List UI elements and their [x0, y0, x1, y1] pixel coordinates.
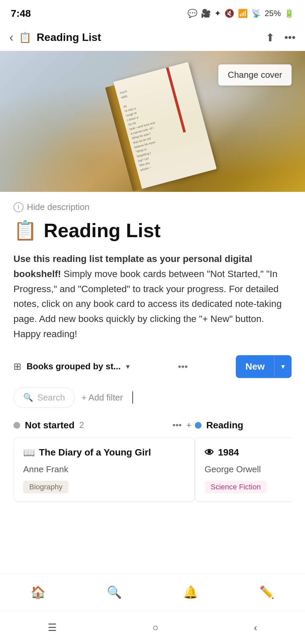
nav-notifications-button[interactable]: 🔔 [183, 585, 198, 599]
reading-dot [195, 422, 202, 429]
back-button[interactable]: ‹ [9, 31, 13, 45]
toolbar-left: ⊞ Books grouped by st... ▾ [13, 361, 130, 372]
reading-list-icon: 📋 [13, 219, 37, 241]
nav-title: Reading List [37, 31, 101, 44]
page-title: Reading List [44, 219, 161, 241]
home-icon: 🏠 [31, 585, 46, 599]
book-card-title-1984: 👁 1984 [205, 447, 292, 458]
book-author-1984: George Orwell [205, 464, 292, 475]
description-text: Use this reading list template as your p… [13, 252, 292, 342]
column-reading: Reading 👁 1984 George Orwell Science Fic… [195, 420, 292, 507]
book-emoji-diary: 📖 [23, 447, 35, 458]
book-emoji-1984: 👁 [205, 447, 214, 458]
new-button-label[interactable]: New [236, 355, 274, 378]
search-input-wrap[interactable]: 🔍 Search [13, 387, 75, 408]
cover-image: muchaddsasre was arough tht down aSo heh… [0, 51, 305, 192]
share-button[interactable]: ⬆ [266, 31, 275, 44]
book-author-diary: Anne Frank [23, 464, 185, 475]
top-nav: ‹ 📋 Reading List ⬆ ••• [0, 24, 305, 51]
toolbar: ⊞ Books grouped by st... ▾ ••• New ▾ [13, 355, 292, 378]
search-bar: 🔍 Search + Add filter [13, 387, 292, 408]
new-button[interactable]: New ▾ [236, 355, 292, 378]
add-filter-label: + Add filter [81, 392, 123, 403]
nav-home-button[interactable]: 🏠 [31, 585, 46, 599]
android-home-button[interactable]: ○ [152, 622, 158, 633]
not-started-label: Not started [25, 420, 75, 431]
add-filter-button[interactable]: + Add filter [81, 392, 123, 403]
edit-icon: ✏️ [259, 585, 274, 599]
mute-icon: 🔇 [224, 9, 234, 18]
page-icon-nav: 📋 [19, 32, 31, 43]
video-icon: 🎥 [201, 9, 211, 18]
android-back-button[interactable]: ‹ [254, 622, 257, 633]
content-area: i Hide description 📋 Reading List Use th… [0, 192, 305, 507]
book-card-1984[interactable]: 👁 1984 George Orwell Science Fiction [195, 437, 292, 502]
battery-icon: 🔋 [284, 9, 294, 18]
book-visual: muchaddsasre was arough tht down aSo heh… [104, 62, 218, 192]
hide-description-label: Hide description [27, 202, 89, 212]
kanban-board: Not started 2 ••• + 📖 The Diary of a You… [13, 420, 292, 507]
info-icon: i [13, 202, 24, 212]
col-header-reading: Reading [195, 420, 292, 431]
book-tag-1984: Science Fiction [205, 481, 267, 493]
android-nav: ☰ ○ ‹ [0, 610, 305, 644]
bottom-nav: 🏠 🔍 🔔 ✏️ [0, 574, 305, 610]
text-cursor [132, 391, 133, 404]
book-title-1984: 1984 [218, 447, 239, 458]
view-chevron-icon[interactable]: ▾ [126, 362, 130, 371]
android-menu-button[interactable]: ☰ [48, 622, 57, 633]
search-icon: 🔍 [23, 393, 33, 402]
not-started-dot [13, 422, 20, 429]
book-card-diary[interactable]: 📖 The Diary of a Young Girl Anne Frank B… [13, 437, 195, 502]
column-not-started: Not started 2 ••• + 📖 The Diary of a You… [13, 420, 195, 507]
top-nav-right: ⬆ ••• [266, 31, 296, 44]
new-button-chevron-icon[interactable]: ▾ [274, 356, 292, 377]
chat-icon: 💬 [187, 9, 198, 18]
page-header: 📋 Reading List [13, 219, 292, 241]
nav-search-button[interactable]: 🔍 [107, 585, 122, 599]
nav-edit-button[interactable]: ✏️ [259, 585, 274, 599]
bell-icon: 🔔 [183, 585, 198, 599]
signal-icon: 📡 [251, 9, 261, 18]
view-label[interactable]: Books grouped by st... [27, 361, 121, 372]
search-nav-icon: 🔍 [107, 585, 122, 599]
top-nav-left: ‹ 📋 Reading List [9, 31, 101, 45]
not-started-more-button[interactable]: ••• [173, 420, 182, 430]
status-bar: 7:48 💬 🎥 ✦ 🔇 📶 📡 25% 🔋 [0, 0, 305, 24]
description-normal: Simply move book cards between "Not Star… [13, 269, 281, 339]
hide-description-toggle[interactable]: i Hide description [13, 192, 292, 219]
database-icon: ⊞ [13, 361, 21, 372]
book-card-title-diary: 📖 The Diary of a Young Girl [23, 447, 185, 458]
wifi-icon: 📶 [238, 9, 248, 18]
search-placeholder: Search [37, 392, 65, 403]
more-button[interactable]: ••• [284, 31, 296, 44]
change-cover-button[interactable]: Change cover [218, 64, 292, 86]
not-started-add-button[interactable]: + [186, 420, 191, 430]
bluetooth-icon: ✦ [214, 9, 221, 18]
not-started-count: 2 [79, 420, 84, 430]
col-header-not-started: Not started 2 ••• + [13, 420, 195, 431]
status-icons: 💬 🎥 ✦ 🔇 📶 📡 25% 🔋 [187, 9, 294, 18]
reading-label: Reading [206, 420, 243, 431]
book-tag-diary: Biography [23, 481, 69, 493]
book-title-diary: The Diary of a Young Girl [39, 447, 151, 458]
battery-indicator: 25% [265, 9, 281, 18]
status-time: 7:48 [11, 8, 31, 19]
toolbar-more-button[interactable]: ••• [173, 361, 193, 372]
